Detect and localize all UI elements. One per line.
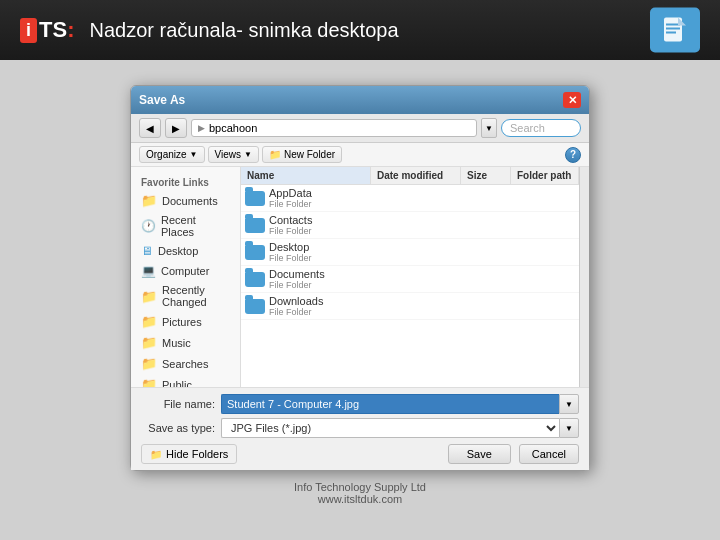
sidebar-item-label: Desktop [158,245,198,257]
sidebar-item-label: Recently Changed [162,284,230,308]
sidebar-item-label: Documents [162,195,218,207]
table-row[interactable]: AppData File Folder [241,185,579,212]
dialog-bottom: File name: ▼ Save as type: JPG Files (*.… [131,387,589,470]
file-icon [241,299,269,314]
views-button[interactable]: Views ▼ [208,146,259,163]
footer-line2: www.itsltduk.com [294,493,426,505]
file-name: Desktop [269,241,348,253]
dialog-title: Save As [139,93,185,107]
views-dropdown-icon: ▼ [244,150,252,159]
sidebar-item-label: Recent Places [161,214,230,238]
column-folder-path[interactable]: Folder path [511,167,579,184]
music-folder-icon: 📁 [141,335,157,350]
sidebar-item-recent-places[interactable]: 🕐 Recent Places [131,211,240,241]
file-icon [241,218,269,233]
sidebar-item-label: Music [162,337,191,349]
sidebar-item-desktop[interactable]: 🖥 Desktop [131,241,240,261]
filename-input[interactable] [221,394,559,414]
savetype-dropdown[interactable]: ▼ [559,418,579,438]
sidebar-item-public[interactable]: 📁 Public [131,374,240,387]
desktop-icon: 🖥 [141,244,153,258]
filename-row: File name: ▼ [141,394,579,414]
path-dropdown[interactable]: ▼ [481,118,497,138]
hide-folders-label: Hide Folders [166,448,228,460]
file-type: File Folder [269,280,348,290]
table-row[interactable]: Documents File Folder [241,266,579,293]
document-icon [660,15,690,45]
logo-i: i [20,18,37,43]
file-type: File Folder [269,226,348,236]
file-name: Downloads [269,295,348,307]
computer-icon: 💻 [141,264,156,278]
table-row[interactable]: Downloads File Folder [241,293,579,320]
hide-folders-icon: 📁 [150,449,162,460]
close-button[interactable]: ✕ [563,92,581,108]
file-icon [241,272,269,287]
filename-label: File name: [141,398,221,410]
path-display: ▶ bpcahoon [191,119,477,137]
save-as-dialog: Save As ✕ ◀ ▶ ▶ bpcahoon ▼ Search Organi… [130,85,590,471]
sidebar-item-documents[interactable]: 📁 Documents [131,190,240,211]
sidebar-item-pictures[interactable]: 📁 Pictures [131,311,240,332]
page-title: Nadzor računala- snimka desktopa [89,19,398,42]
scrollbar[interactable] [579,167,589,387]
sidebar-item-recently-changed[interactable]: 📁 Recently Changed [131,281,240,311]
file-info: Desktop File Folder [269,241,352,263]
column-name[interactable]: Name [241,167,371,184]
new-folder-icon: 📁 [269,149,281,160]
file-type: File Folder [269,253,348,263]
sidebar-section-label: Favorite Links [131,175,240,190]
public-folder-icon: 📁 [141,377,157,387]
hide-folders-button[interactable]: 📁 Hide Folders [141,444,237,464]
searches-folder-icon: 📁 [141,356,157,371]
sidebar-item-searches[interactable]: 📁 Searches [131,353,240,374]
table-row[interactable]: Desktop File Folder [241,239,579,266]
footer-line1: Info Technology Supply Ltd [294,481,426,493]
column-date-modified[interactable]: Date modified [371,167,461,184]
table-row[interactable]: Contacts File Folder [241,212,579,239]
save-button[interactable]: Save [448,444,511,464]
file-name: Contacts [269,214,348,226]
svg-rect-2 [666,27,680,29]
main-content: Save As ✕ ◀ ▶ ▶ bpcahoon ▼ Search Organi… [0,60,720,540]
cancel-button[interactable]: Cancel [519,444,579,464]
header: i TS : Nadzor računala- snimka desktopa [0,0,720,60]
sidebar-item-label: Public [162,379,192,388]
path-text: bpcahoon [209,122,257,134]
organize-dropdown-icon: ▼ [190,150,198,159]
forward-button[interactable]: ▶ [165,118,187,138]
search-box[interactable]: Search [501,119,581,137]
sidebar-item-label: Searches [162,358,208,370]
folder-blue-icon: 📁 [141,289,157,304]
help-button[interactable]: ? [565,147,581,163]
file-name: AppData [269,187,348,199]
logo: i TS : [20,17,89,43]
sidebar-item-music[interactable]: 📁 Music [131,332,240,353]
sidebar-item-label: Computer [161,265,209,277]
recent-places-icon: 🕐 [141,219,156,233]
path-arrow: ▶ [198,123,205,133]
new-folder-button[interactable]: 📁 New Folder [262,146,342,163]
savetype-select[interactable]: JPG Files (*.jpg) [221,418,559,438]
back-button[interactable]: ◀ [139,118,161,138]
file-list: Name Date modified Size Folder path AppD… [241,167,579,387]
filename-dropdown[interactable]: ▼ [559,394,579,414]
svg-rect-1 [666,23,680,25]
column-size[interactable]: Size [461,167,511,184]
file-info: Documents File Folder [269,268,352,290]
file-info: AppData File Folder [269,187,352,209]
file-browser: Favorite Links 📁 Documents 🕐 Recent Plac… [131,167,589,387]
sidebar-item-computer[interactable]: 💻 Computer [131,261,240,281]
savetype-label: Save as type: [141,422,221,434]
file-info: Downloads File Folder [269,295,352,317]
file-info: Contacts File Folder [269,214,352,236]
navigation-toolbar: ◀ ▶ ▶ bpcahoon ▼ Search [131,114,589,143]
sidebar-item-label: Pictures [162,316,202,328]
logo-colon: : [67,17,74,43]
savetype-row: Save as type: JPG Files (*.jpg) ▼ [141,418,579,438]
views-label: Views [215,149,242,160]
dialog-buttons: 📁 Hide Folders Save Cancel [141,444,579,464]
new-folder-label: New Folder [284,149,335,160]
footer: Info Technology Supply Ltd www.itsltduk.… [294,471,426,510]
organize-button[interactable]: Organize ▼ [139,146,205,163]
